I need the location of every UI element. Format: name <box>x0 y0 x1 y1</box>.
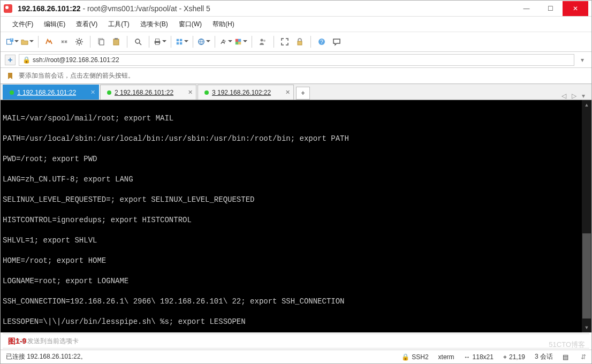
menu-help[interactable]: 帮助(H) <box>207 18 240 31</box>
toolbar-separator <box>274 36 274 48</box>
cursor-pos-icon: ⌖ <box>503 353 507 361</box>
fullscreen-button[interactable] <box>278 35 291 48</box>
status-dot-icon <box>10 90 14 95</box>
reconnect-button[interactable] <box>43 35 56 48</box>
title-ip: 192.168.26.101:22 <box>18 4 81 13</box>
users-button[interactable] <box>256 35 269 48</box>
tab-list-button[interactable]: ▾ <box>580 92 587 100</box>
svg-point-3 <box>78 40 81 43</box>
print-button[interactable] <box>154 35 166 48</box>
menu-view[interactable]: 查看(V) <box>71 18 103 31</box>
menu-window[interactable]: 窗口(W) <box>173 18 207 31</box>
title-text: 192.168.26.101:22 - root@vms001:/var/spo… <box>18 4 514 13</box>
svg-rect-5 <box>100 40 104 45</box>
chat-button[interactable] <box>330 35 343 48</box>
tip-bar: 要添加当前会话，点击左侧的箭头按钮。 <box>1 68 591 84</box>
paste-button[interactable] <box>110 35 123 48</box>
scroll-up-button[interactable]: ▴ <box>582 100 591 110</box>
svg-rect-7 <box>115 38 118 40</box>
figure-label: 图1-9 <box>8 337 26 346</box>
scroll-track[interactable] <box>582 110 591 323</box>
toolbar: + A ? <box>1 32 591 52</box>
toolbar-separator <box>215 36 215 48</box>
scroll-down-button[interactable]: ▾ <box>582 323 591 332</box>
svg-point-23 <box>263 40 265 42</box>
tab-close-button[interactable]: ✕ <box>285 89 290 96</box>
status-size: ↔118x21 <box>464 353 494 361</box>
address-url: ssh://root@192.168.26.101:22 <box>33 56 119 64</box>
properties-button[interactable] <box>73 35 86 48</box>
tab-label: 3 192.168.26.102:22 <box>212 89 271 96</box>
lock-button[interactable] <box>293 35 306 48</box>
svg-rect-18 <box>236 39 238 42</box>
bookmark-icon[interactable] <box>6 72 14 80</box>
layout-button[interactable] <box>176 35 188 48</box>
terminal-line: SELINUX_LEVEL_REQUESTED=; export SELINUX… <box>3 195 589 205</box>
menu-file[interactable]: 文件(F) <box>7 18 39 31</box>
font-button[interactable]: A <box>219 35 232 48</box>
tab-scroll-right-button[interactable]: ▷ <box>570 92 579 100</box>
tab-close-button[interactable]: ✕ <box>188 89 193 96</box>
terminal-pane[interactable]: MAIL=/var/spool/mail/root; export MAIL P… <box>1 100 591 332</box>
disconnect-button[interactable] <box>58 35 71 48</box>
terminal-line: LANG=zh_CN.UTF-8; export LANG <box>3 175 589 185</box>
toolbar-separator <box>193 36 193 48</box>
find-button[interactable] <box>132 35 145 48</box>
tab-close-button[interactable]: ✕ <box>90 89 95 96</box>
scroll-thumb[interactable] <box>582 233 591 318</box>
maximize-button[interactable]: ☐ <box>538 1 563 16</box>
status-menu-button[interactable]: ▤ <box>563 353 571 361</box>
resize-icon: ↔ <box>464 353 470 361</box>
tab-3[interactable]: 3 192.168.26.102:22 ✕ <box>198 85 294 100</box>
terminal-line: LOGNAME=root; export LOGNAME <box>3 276 589 286</box>
svg-rect-6 <box>113 39 119 45</box>
tab-1[interactable]: 1 192.168.26.101:22 ✕ <box>3 85 99 100</box>
svg-rect-21 <box>238 42 241 44</box>
open-session-button[interactable] <box>21 35 34 48</box>
title-rest: - root@vms001:/var/spool/at - Xshell 5 <box>83 4 210 13</box>
terminal-scrollbar[interactable]: ▴ ▾ <box>582 100 591 332</box>
status-dot-icon <box>107 90 111 95</box>
tab-label: 2 192.168.26.101:22 <box>115 89 173 96</box>
svg-rect-11 <box>156 43 160 45</box>
new-session-button[interactable]: + <box>6 35 19 48</box>
toolbar-separator <box>310 36 311 48</box>
toolbar-separator <box>90 36 90 48</box>
toolbar-separator <box>252 36 252 48</box>
menu-edit[interactable]: 编辑(E) <box>39 18 71 31</box>
address-add-button[interactable] <box>5 55 16 65</box>
minimize-button[interactable]: — <box>514 1 538 16</box>
svg-point-22 <box>261 39 263 42</box>
menu-tabs[interactable]: 选项卡(B) <box>135 18 173 31</box>
svg-rect-20 <box>236 42 238 44</box>
status-term: xterm <box>438 353 454 361</box>
copy-button[interactable] <box>95 35 108 48</box>
tab-scroll-left-button[interactable]: ◁ <box>559 92 568 100</box>
svg-text:+: + <box>11 37 13 41</box>
toolbar-separator <box>38 36 39 48</box>
compose-input[interactable]: 将文本发送到当前选项卡 <box>3 333 589 348</box>
tab-label: 1 192.168.26.101:22 <box>17 89 76 96</box>
status-updown-icon: ⇵ <box>581 353 586 361</box>
toolbar-separator <box>171 36 171 48</box>
svg-text:A: A <box>221 39 225 45</box>
status-sessions: 3 会话 <box>535 352 553 361</box>
terminal-line: HISTCONTROL=ignoredups; export HISTCONTR… <box>3 215 589 225</box>
terminal-line: LESSOPEN=\|\|/usr/bin/lesspipe.sh\ %s; e… <box>3 317 589 327</box>
svg-rect-13 <box>180 39 182 41</box>
svg-rect-12 <box>177 39 179 41</box>
terminal-line: MAIL=/var/spool/mail/root; export MAIL <box>3 113 589 124</box>
menu-bar: 文件(F) 编辑(E) 查看(V) 工具(T) 选项卡(B) 窗口(W) 帮助(… <box>1 17 591 32</box>
close-button[interactable]: ✕ <box>563 1 588 16</box>
address-dropdown-button[interactable]: ▾ <box>578 56 587 64</box>
color-button[interactable] <box>234 35 247 48</box>
address-input[interactable]: 🔒 ssh://root@192.168.26.101:22 <box>19 54 574 66</box>
terminal-line: PATH=/usr/local/sbin:/usr/local/bin:/usr… <box>3 134 589 144</box>
address-bar: 🔒 ssh://root@192.168.26.101:22 ▾ <box>1 52 591 68</box>
terminal-line: SSH_CONNECTION=192.168.26.1\ 2966\ 192.1… <box>3 297 589 307</box>
globe-button[interactable] <box>198 35 210 48</box>
new-tab-button[interactable]: + <box>296 87 310 100</box>
help-button[interactable]: ? <box>315 35 328 48</box>
menu-tools[interactable]: 工具(T) <box>103 18 134 31</box>
tab-2[interactable]: 2 192.168.26.101:22 ✕ <box>100 85 196 100</box>
